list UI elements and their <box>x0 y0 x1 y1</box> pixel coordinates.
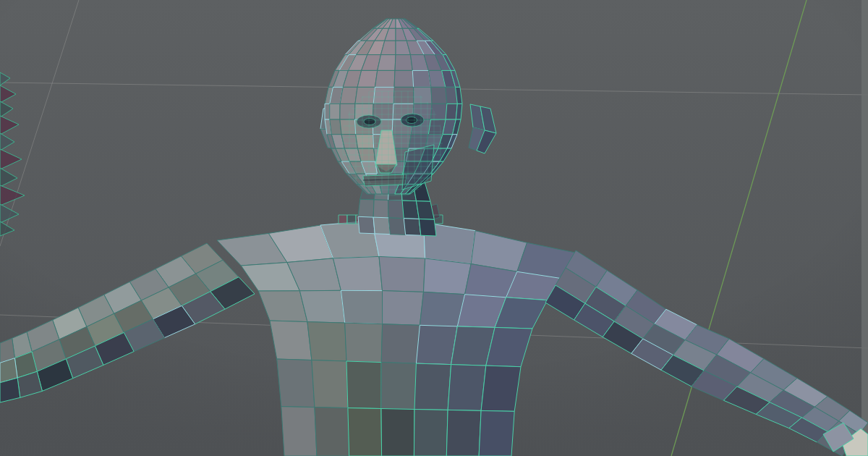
right-edge-grid-band <box>861 0 868 456</box>
3d-viewport[interactable] <box>0 0 868 456</box>
scene-svg <box>0 0 868 456</box>
left-eye-pupil <box>364 119 375 125</box>
